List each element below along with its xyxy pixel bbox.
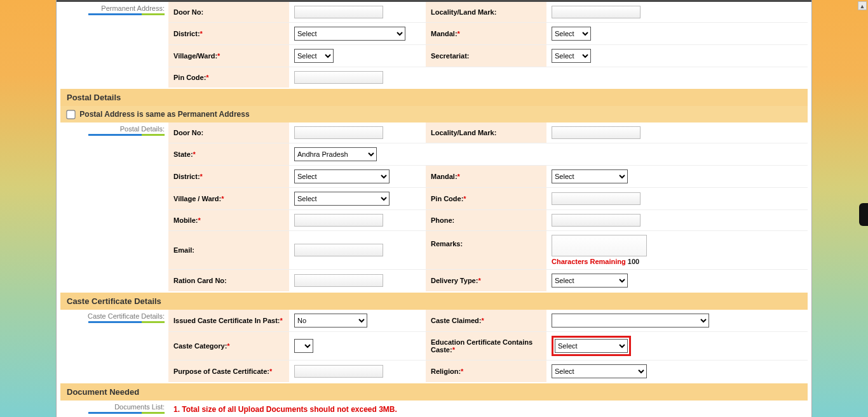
underline-accent	[88, 134, 165, 136]
permanent-address-title: Permanent Address:	[101, 4, 165, 12]
perm-village-select[interactable]: Select	[294, 49, 334, 63]
postal-same-checkbox[interactable]	[66, 110, 75, 119]
char-remaining-label: Characters Remaining	[552, 258, 626, 265]
label-religion: Religion:	[431, 367, 461, 375]
caste-religion-select[interactable]: Select	[552, 364, 647, 378]
label-caste-claimed: Caste Claimed:	[431, 317, 481, 324]
label-edu-cert: Education Certificate Contains Caste:	[431, 338, 532, 354]
postal-same-row: Postal Address is same as Permanent Addr…	[60, 106, 808, 122]
caste-category-select[interactable]	[294, 339, 313, 353]
postal-same-label: Postal Address is same as Permanent Addr…	[79, 110, 249, 119]
underline-accent	[88, 13, 165, 15]
label-village: Village/Ward:	[173, 52, 217, 60]
label-postal-ration: Ration Card No:	[168, 270, 289, 292]
postal-remarks-textarea[interactable]	[552, 235, 647, 256]
label-postal-mandal: Mandal:	[431, 173, 458, 180]
label-postal-email: Email:	[168, 231, 289, 270]
postal-details-title: Postal Details:	[120, 125, 165, 133]
documents-block: Documents List: 1. Total size of all Upl…	[60, 400, 808, 417]
perm-pincode-input[interactable]	[294, 71, 383, 84]
highlight-edu-cert: Select	[552, 336, 631, 356]
label-locality: Locality/Land Mark:	[426, 2, 546, 23]
label-district: District:	[173, 30, 200, 37]
perm-mandal-select[interactable]: Select	[552, 27, 591, 41]
perm-locality-input[interactable]	[552, 6, 641, 18]
doc-note-1: 1. Total size of all Upload Documents sh…	[173, 403, 803, 416]
perm-door-no-input[interactable]	[294, 6, 383, 18]
label-door-no: Door No:	[168, 2, 289, 23]
section-document-needed: Document Needed	[60, 383, 808, 400]
postal-phone-input[interactable]	[552, 214, 641, 227]
postal-door-input[interactable]	[294, 126, 383, 139]
section-postal-details: Postal Details	[60, 89, 808, 106]
postal-village-select[interactable]: Select	[294, 192, 390, 206]
label-postal-state: State:	[173, 150, 193, 158]
caste-edu-cert-select[interactable]: Select	[555, 339, 628, 353]
postal-mandal-select[interactable]: Select	[552, 169, 628, 183]
label-mandal: Mandal:	[431, 30, 458, 37]
caste-purpose-input[interactable]	[294, 365, 383, 378]
label-secretariat: Secretariat:	[426, 45, 546, 67]
postal-pincode-input[interactable]	[552, 192, 641, 205]
postal-email-input[interactable]	[294, 244, 383, 256]
postal-ration-input[interactable]	[294, 274, 383, 287]
label-postal-pincode: Pin Code:	[431, 195, 463, 202]
postal-state-select[interactable]: Andhra Pradesh	[294, 147, 377, 161]
label-postal-locality: Locality/Land Mark:	[426, 122, 546, 143]
viewport[interactable]: ▲ Permanent Address: Door No:	[0, 0, 868, 417]
postal-details-block: Postal Details: Door No: Locality/Land M…	[60, 122, 808, 291]
caste-claimed-select[interactable]	[552, 314, 709, 328]
caste-details-block: Caste Certificate Details: Issued Caste …	[60, 310, 808, 382]
label-issued-past: Issued Caste Certificate In Past:	[173, 317, 280, 324]
underline-accent	[88, 412, 165, 414]
section-caste-details: Caste Certificate Details	[60, 293, 808, 310]
perm-district-select[interactable]: Select	[294, 27, 405, 41]
scroll-up-arrow[interactable]: ▲	[858, 1, 867, 10]
label-postal-mobile: Mobile:	[173, 216, 198, 224]
label-pincode: Pin Code:	[173, 74, 206, 81]
permanent-address-block: Permanent Address: Door No: Locality/Lan…	[60, 2, 808, 88]
postal-mobile-input[interactable]	[294, 214, 383, 227]
label-postal-district: District:	[173, 173, 200, 180]
postal-locality-input[interactable]	[552, 126, 641, 139]
char-remaining-count: 100	[628, 258, 639, 265]
underline-accent	[88, 321, 165, 323]
label-postal-delivery: Delivery Type:	[431, 277, 478, 284]
label-postal-door: Door No:	[168, 122, 289, 143]
side-feedback-tab[interactable]	[859, 203, 868, 226]
caste-issued-past-select[interactable]: No	[294, 314, 367, 328]
label-postal-phone: Phone:	[426, 210, 546, 231]
postal-district-select[interactable]: Select	[294, 169, 390, 183]
caste-details-title: Caste Certificate Details:	[88, 312, 165, 320]
page-container: Permanent Address: Door No: Locality/Lan…	[56, 0, 812, 417]
label-caste-category: Caste Category:	[173, 342, 227, 350]
perm-secretariat-select[interactable]: Select	[552, 49, 591, 63]
label-postal-remarks: Remarks:	[426, 231, 546, 270]
label-purpose: Purpose of Caste Certificate:	[173, 367, 269, 375]
documents-list-title: Documents List:	[114, 403, 165, 411]
postal-delivery-select[interactable]: Select	[552, 274, 628, 288]
label-postal-village: Village / Ward:	[173, 195, 221, 202]
